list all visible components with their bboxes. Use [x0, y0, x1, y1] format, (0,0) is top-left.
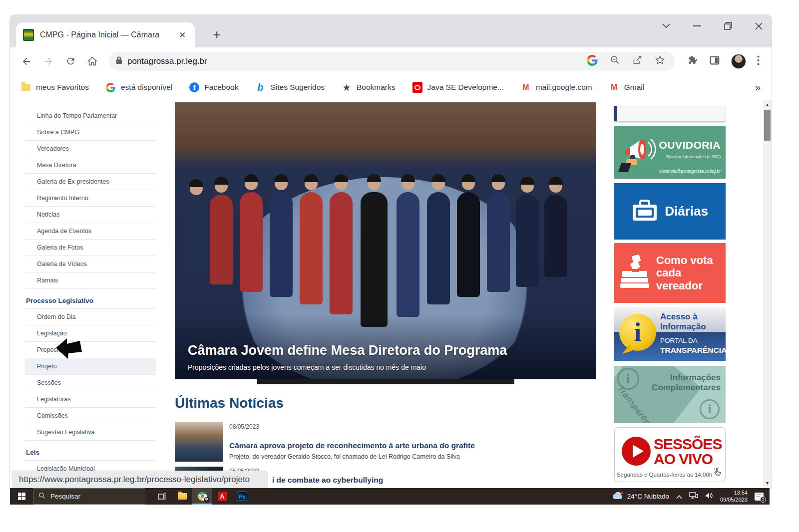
sidebar-item-projeto[interactable]: Projeto	[25, 358, 156, 375]
bookmark-sites-sugeridos[interactable]: bSites Sugeridos	[255, 82, 325, 92]
reload-icon[interactable]	[61, 52, 80, 71]
bookmark-esta-disponivel[interactable]: está disponível	[106, 82, 172, 92]
banner-sessoes-ao-vivo[interactable]: SESSÕES AO VIVO Segundas e Quartas-feira…	[614, 427, 726, 482]
back-icon[interactable]	[17, 52, 36, 71]
sidebar-item-galeria-ex-presidentes[interactable]: Galeria de Ex-presidentes	[25, 174, 156, 190]
bookmark-bookmarks[interactable]: ★Bookmarks	[342, 82, 396, 92]
bookmark-mail-google[interactable]: Mmail.google.com	[521, 82, 592, 92]
sidebar-item-ordem-do-dia[interactable]: Ordem do Dia	[25, 309, 156, 325]
address-bar[interactable]: pontagrossa.pr.leg.br	[109, 52, 675, 71]
news-thumbnail[interactable]	[175, 422, 223, 462]
acrobat-icon[interactable]: A	[212, 488, 232, 505]
sidebar-item-legislacao[interactable]: Legislação	[25, 325, 156, 342]
bookmarks-overflow-chevron[interactable]: »	[755, 82, 761, 93]
taskbar-clock[interactable]: 13:54 09/05/2023	[720, 490, 748, 504]
bookmark-star-icon[interactable]	[655, 55, 665, 67]
bing-icon: b	[255, 82, 265, 92]
start-button[interactable]	[10, 488, 33, 505]
new-tab-button[interactable]: +	[208, 25, 226, 43]
sidebar-item-sessoes[interactable]: Sessões	[25, 375, 156, 391]
browser-window: CMPG - Página Inicial — Câmara ✕ + ponta…	[10, 15, 772, 488]
sidebar-item-comissoes[interactable]: Comissões	[25, 408, 156, 424]
weather-text: 24°C Nublado	[627, 493, 669, 500]
tab-close-icon[interactable]: ✕	[177, 30, 188, 40]
bookmark-gmail[interactable]: MGmail	[609, 82, 644, 92]
sidebar-item-agenda-de-eventos[interactable]: Agenda de Eventos	[25, 223, 156, 240]
person-silhouette	[361, 192, 388, 327]
banner-partial[interactable]	[614, 106, 726, 121]
sidebar-item-linha-do-tempo[interactable]: Linha do Tempo Parlamentar	[25, 108, 156, 124]
home-icon[interactable]	[83, 52, 102, 71]
sidebar-heading-leis: Leis	[25, 441, 156, 461]
play-icon	[622, 437, 651, 466]
task-view-icon[interactable]	[152, 488, 172, 505]
banner-diarias[interactable]: Diárias	[614, 183, 726, 240]
sidebar-item-vereadores[interactable]: Vereadores	[25, 141, 156, 157]
url-text[interactable]: pontagrossa.pr.leg.br	[127, 56, 582, 66]
ouvidoria-email: ouvidoria@pontagrossa.pr.leg.br	[659, 169, 721, 174]
zoom-icon[interactable]	[610, 55, 620, 67]
scrollbar-thumb[interactable]	[764, 110, 771, 141]
info-bubble-icon: i	[619, 314, 656, 351]
bookmark-java-se[interactable]: Java SE Developme...	[412, 82, 504, 92]
sidebar-item-legislaturas[interactable]: Legislaturas	[25, 391, 156, 408]
megaphone-icon	[618, 133, 657, 174]
banner-acesso-informacao[interactable]: i Acesso à Informação PORTAL DA TRANSPAR…	[614, 307, 726, 361]
scroll-up-icon[interactable]: ▲	[763, 101, 772, 109]
banner-informacoes-complementares[interactable]: Transparência i i Informações Complement…	[614, 366, 726, 423]
restore-icon[interactable]	[724, 22, 732, 30]
hero-subtitle: Proposições criadas pelos jovens começam…	[188, 363, 583, 371]
tab-search-chevron-icon[interactable]	[662, 23, 670, 28]
sidebar-item-sobre-a-cmpg[interactable]: Sobre a CMPG	[25, 124, 156, 141]
clock-time: 13:54	[720, 490, 748, 497]
tab-title: CMPG - Página Inicial — Câmara	[40, 30, 171, 39]
hero-slide[interactable]: Câmara Jovem define Mesa Diretora do Pro…	[175, 102, 596, 379]
menu-dots-icon[interactable]	[757, 55, 760, 67]
forward-icon[interactable]	[39, 52, 58, 71]
sidebar-item-proposicao[interactable]: Proposição	[25, 342, 156, 358]
banner-como-vota[interactable]: Como vota cada vereador	[614, 243, 726, 303]
slider-track[interactable]	[257, 379, 514, 384]
volume-icon[interactable]	[705, 492, 713, 501]
sidebar-item-galeria-de-fotos[interactable]: Galeria de Fotos	[25, 240, 156, 256]
file-explorer-icon[interactable]	[172, 488, 192, 505]
sidebar-item-galeria-de-videos[interactable]: Galeria de Vídeos	[25, 256, 156, 272]
sidebar-item-regimento-interno[interactable]: Regimento Interno	[25, 190, 156, 207]
sidebar-item-sugestao-legislativa[interactable]: Sugestão Legislativa	[25, 424, 156, 441]
sidebar-item-ramais[interactable]: Ramais	[25, 272, 156, 289]
person-silhouette	[300, 192, 323, 304]
share-icon[interactable]	[632, 55, 643, 67]
extensions-icon[interactable]	[687, 55, 698, 68]
notification-center-icon[interactable]: 2	[755, 493, 764, 501]
tray-chevron-up-icon[interactable]	[676, 492, 682, 501]
scroll-down-icon[interactable]: ▼	[763, 479, 772, 487]
network-icon[interactable]	[689, 492, 698, 501]
bookmark-facebook[interactable]: fFacebook	[189, 82, 238, 92]
news-title[interactable]: i de combate ao cyberbullying	[272, 476, 383, 485]
taskbar-search-input[interactable]: Pesquisar	[33, 488, 145, 505]
gmail-icon: M	[521, 82, 531, 92]
como-vota-label: Como vota cada vereador	[656, 254, 726, 292]
ouvidoria-line1: Solicitar Informações (e-SIC)	[666, 154, 721, 159]
banner-ouvidoria[interactable]: OUVIDORIA Solicitar Informações (e-SIC) …	[614, 126, 726, 179]
news-title[interactable]: Câmara aprova projeto de reconhecimento …	[175, 441, 524, 450]
chrome-taskbar-icon[interactable]	[192, 488, 212, 505]
side-panel-icon[interactable]	[709, 55, 720, 68]
sidebar-item-mesa-diretora[interactable]: Mesa Diretora	[25, 157, 156, 174]
window-close-icon[interactable]	[755, 22, 763, 30]
bookmark-meus-favoritos[interactable]: meus Favoritos	[21, 82, 89, 92]
minimize-icon[interactable]	[693, 25, 701, 27]
sidebar-item-noticias[interactable]: Notícias	[25, 207, 156, 223]
browser-tab[interactable]: CMPG - Página Inicial — Câmara ✕	[16, 22, 195, 47]
site-sidebar: Linha do Tempo Parlamentar Sobre a CMPG …	[25, 108, 156, 488]
page-scrollbar[interactable]: ▲ ▼	[763, 100, 772, 488]
hero-title[interactable]: Câmara Jovem define Mesa Diretora do Pro…	[188, 343, 583, 358]
photoshop-icon[interactable]: Ps	[232, 488, 252, 505]
weather-widget[interactable]: 24°C Nublado	[612, 492, 669, 501]
site-favicon-icon	[23, 29, 34, 41]
briefcase-icon	[632, 200, 658, 224]
browser-toolbar: pontagrossa.pr.leg.br	[10, 47, 772, 75]
google-logo-icon[interactable]	[587, 55, 598, 68]
news-item[interactable]: 08/05/2023 Câmara aprova projeto de reco…	[175, 422, 524, 462]
profile-avatar[interactable]	[731, 54, 746, 69]
